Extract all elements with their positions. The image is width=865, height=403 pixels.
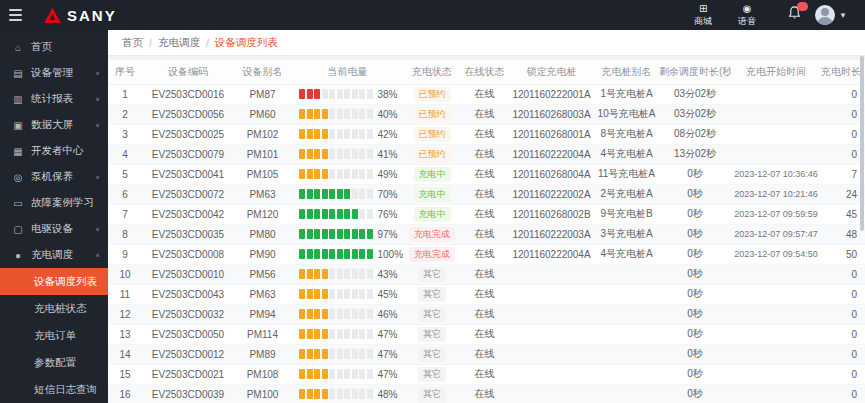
cell-charge-duration: 7 xyxy=(821,164,865,184)
cell-start-time xyxy=(731,284,821,304)
table-row[interactable]: 10EV2503CD0010PM5643%其它在线0秒0 xyxy=(108,264,865,284)
battery-bars-icon xyxy=(299,369,373,379)
table-row[interactable]: 15EV2503CD0021PM10847%其它在线0秒0 xyxy=(108,364,865,384)
sidebar-subitem[interactable]: 参数配置 xyxy=(0,349,108,376)
battery-indicator: 38% xyxy=(293,89,402,100)
sidebar-item[interactable]: ▥统计报表∨ xyxy=(0,86,108,112)
sidebar-subitem[interactable]: 短信日志查询 xyxy=(0,376,108,403)
cell-start-time: 2023-12-07 10:36:46 xyxy=(731,164,821,184)
table-row[interactable]: 11EV2503CD0043PM6345%其它在线0秒0 xyxy=(108,284,865,304)
cell-device-code: EV2503CD0072 xyxy=(142,184,234,204)
cell-remaining-time: 0秒 xyxy=(659,284,731,304)
cell-device-alias: PM120 xyxy=(234,204,291,224)
table-row[interactable]: 9EV2503CD0008PM90100%充电完成在线1201160222004… xyxy=(108,244,865,264)
sidebar-item[interactable]: ▤设备管理∨ xyxy=(0,60,108,86)
cell-start-time xyxy=(731,104,821,124)
cell-remaining-time: 0秒 xyxy=(659,344,731,364)
cell-charge-duration: 50 xyxy=(821,244,865,264)
table-row[interactable]: 7EV2503CD0042PM12076%充电中在线1201160268002B… xyxy=(108,204,865,224)
sidebar-item[interactable]: ▢电驱设备∨ xyxy=(0,216,108,242)
battery-indicator: 76% xyxy=(293,209,402,220)
home-icon: ⌂ xyxy=(12,42,24,53)
cell-no: 4 xyxy=(108,144,142,164)
cell-device-code: EV2503CD0016 xyxy=(142,84,234,104)
battery-indicator: 40% xyxy=(293,109,402,120)
sidebar-item[interactable]: ▦开发者中心 xyxy=(0,138,108,164)
sidebar-subitem[interactable]: 设备调度列表 xyxy=(0,268,108,295)
battery-bars-icon xyxy=(299,129,373,139)
table-row[interactable]: 13EV2503CD0050PM11447%其它在线0秒0 xyxy=(108,324,865,344)
sidebar-item-label: 设备管理 xyxy=(31,66,73,80)
cell-remaining-time: 03分02秒 xyxy=(659,104,731,124)
cell-locked-pile xyxy=(509,284,594,304)
cell-remaining-time: 0秒 xyxy=(659,264,731,284)
sidebar: ⌂首页▤设备管理∨▥统计报表∨▣数据大屏∨▦开发者中心◎泵机保养∨▭故障案例学习… xyxy=(0,30,108,403)
sidebar-item-label: 统计报表 xyxy=(31,92,73,106)
cell-no: 12 xyxy=(108,304,142,324)
cell-no: 7 xyxy=(108,204,142,224)
breadcrumb-section[interactable]: 充电调度 xyxy=(158,36,200,50)
column-header: 设备编码 xyxy=(142,60,234,84)
cell-no: 5 xyxy=(108,164,142,184)
cell-device-alias: PM60 xyxy=(234,104,291,124)
cell-online-status: 在线 xyxy=(460,144,509,164)
cell-device-code: EV2503CD0012 xyxy=(142,344,234,364)
cell-device-alias: PM94 xyxy=(234,304,291,324)
topbar-action-mall[interactable]: ⊞商城 xyxy=(694,4,712,26)
breadcrumb: 首页 / 充电调度 / 设备调度列表 xyxy=(108,30,865,56)
battery-bars-icon xyxy=(299,89,373,99)
sidebar-item[interactable]: ◎泵机保养∨ xyxy=(0,164,108,190)
status-badge: 充电中 xyxy=(414,187,451,202)
battery-indicator: 100% xyxy=(293,249,402,260)
chevron-down-icon: ∨ xyxy=(95,96,100,102)
cell-battery: 41% xyxy=(291,144,404,164)
sidebar-toggle-icon[interactable] xyxy=(0,0,30,30)
table-row[interactable]: 1EV2503CD0016PM8738%已预约在线1201160222001A1… xyxy=(108,84,865,104)
table-row[interactable]: 5EV2503CD0041PM10549%充电中在线1201160268004A… xyxy=(108,164,865,184)
cell-pile-alias xyxy=(594,364,659,384)
cell-no: 11 xyxy=(108,284,142,304)
cell-remaining-time: 0秒 xyxy=(659,244,731,264)
table-row[interactable]: 3EV2503CD0025PM10242%已预约在线1201160268001A… xyxy=(108,124,865,144)
notification-bell-icon[interactable] xyxy=(788,6,801,24)
sidebar-subitem[interactable]: 充电订单 xyxy=(0,322,108,349)
table-row[interactable]: 8EV2503CD0035PM8097%充电完成在线1201160222003A… xyxy=(108,224,865,244)
table-row[interactable]: 6EV2503CD0072PM6370%充电中在线1201160222002A2… xyxy=(108,184,865,204)
cell-device-alias: PM101 xyxy=(234,144,291,164)
battery-percent: 45% xyxy=(378,289,398,300)
cell-device-alias: PM87 xyxy=(234,84,291,104)
avatar[interactable] xyxy=(815,5,835,25)
developer-icon: ▦ xyxy=(12,146,24,157)
cell-locked-pile: 1201160268004A xyxy=(509,164,594,184)
table-row[interactable]: 4EV2503CD0079PM10141%已预约在线1201160222004A… xyxy=(108,144,865,164)
cell-locked-pile: 1201160222004A xyxy=(509,244,594,264)
table-row[interactable]: 16EV2503CD0039PM10048%其它在线0秒0 xyxy=(108,384,865,403)
battery-bars-icon xyxy=(299,289,373,299)
breadcrumb-home[interactable]: 首页 xyxy=(122,36,143,50)
chevron-down-icon[interactable]: ▼ xyxy=(839,11,847,20)
cell-online-status: 在线 xyxy=(460,104,509,124)
status-badge: 其它 xyxy=(418,387,446,402)
sany-triangle-icon xyxy=(44,8,61,23)
cell-remaining-time: 08分02秒 xyxy=(659,124,731,144)
cell-no: 15 xyxy=(108,364,142,384)
status-badge: 充电中 xyxy=(414,207,451,222)
sidebar-subitem[interactable]: 充电桩状态 xyxy=(0,295,108,322)
sidebar-item[interactable]: ⌂首页 xyxy=(0,34,108,60)
battery-bars-icon xyxy=(299,109,373,119)
battery-bars-icon xyxy=(299,269,373,279)
sidebar-item[interactable]: ▭故障案例学习 xyxy=(0,190,108,216)
sidebar-item[interactable]: ●充电调度∧ xyxy=(0,242,108,268)
cell-device-code: EV2503CD0050 xyxy=(142,324,234,344)
cell-device-alias: PM56 xyxy=(234,264,291,284)
table-row[interactable]: 2EV2503CD0056PM6040%已预约在线1201160268003A1… xyxy=(108,104,865,124)
sidebar-item[interactable]: ▣数据大屏∨ xyxy=(0,112,108,138)
status-badge: 充电完成 xyxy=(409,247,455,262)
scrollbar-thumb[interactable] xyxy=(860,56,864,231)
table-row[interactable]: 14EV2503CD0012PM8947%其它在线0秒0 xyxy=(108,344,865,364)
cell-charge-duration: 24 xyxy=(821,184,865,204)
topbar-action-voice[interactable]: ◉语音 xyxy=(738,4,756,26)
cell-online-status: 在线 xyxy=(460,264,509,284)
chevron-down-icon: ∨ xyxy=(95,226,100,232)
table-row[interactable]: 12EV2503CD0032PM9446%其它在线0秒0 xyxy=(108,304,865,324)
